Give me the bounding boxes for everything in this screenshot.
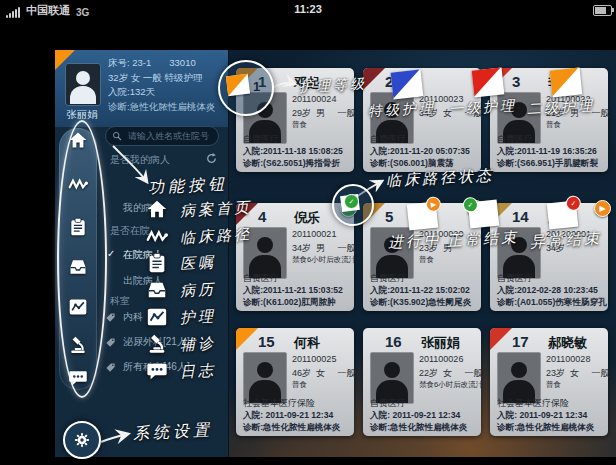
card-patient-id: 201100021	[292, 229, 336, 239]
patient-avatar	[65, 63, 101, 106]
nursing-grade-corner	[490, 203, 512, 225]
card-patient-id: 201100023	[419, 94, 463, 104]
patient-card[interactable]: 2 201100023 34岁 女 一般 自费医疗 入院:2011-11-20 …	[363, 68, 481, 172]
path-icon[interactable]	[68, 174, 88, 194]
nursing-grade-corner	[490, 68, 512, 90]
card-demographics: 34岁 女 一般	[419, 107, 483, 120]
card-patient-id: 201100022	[546, 94, 590, 104]
card-patient-id: 201100025	[292, 354, 336, 364]
card-patient-id: 201200001	[546, 229, 591, 239]
filter-item-in-hospital[interactable]: 在院病人	[123, 248, 163, 262]
card-demographics: 34岁	[546, 242, 565, 255]
card-admit-time: 入院:2011-11-21 15:03:52	[243, 285, 343, 297]
patient-card[interactable]: 4 倪乐 ✓ 201100021 34岁 男 一般 禁食6小时后改流汁 自费医疗…	[236, 203, 354, 311]
filter-group-inhospital: 是否在院	[110, 224, 150, 238]
left-panel: 张丽娟 床号: 23-1 33010 32岁 女 一般 特级护理 入院:132天…	[55, 50, 229, 457]
patient-demographics: 32岁 女 一般 特级护理	[108, 71, 226, 86]
card-diagnosis: 诊断:急性化脓性扁桃体炎	[497, 422, 594, 434]
card-diet: 禁食6小时后改流汁	[292, 255, 356, 265]
card-admit-time: 入院:2011-11-18 15:08:25	[243, 146, 343, 158]
patient-name: 张丽娟	[57, 108, 107, 122]
card-admit-time: 入院: 2011-09-21 12:34	[243, 410, 333, 422]
check-icon: ✓	[107, 248, 115, 259]
filter-item-internal-medicine[interactable]: 内科	[123, 310, 143, 324]
card-diet: 普食	[419, 255, 434, 265]
card-diet: 普食	[546, 120, 561, 130]
card-demographics: 21岁 男 一般	[546, 107, 610, 120]
orders-icon[interactable]	[68, 217, 88, 237]
tag-icon	[105, 334, 116, 345]
card-demographics: 34岁 男 一般	[292, 242, 356, 255]
labs-icon[interactable]	[68, 335, 88, 355]
patient-card-grid: 1 邓起 201100024 29岁 男 一般 普食 自费医疗 入院:2011-…	[236, 68, 608, 436]
settings-gear-icon[interactable]	[72, 430, 88, 446]
card-number: 3	[512, 73, 520, 90]
card-diagnosis: 诊断:(S06.001)脑震荡	[370, 158, 454, 170]
nursing-grade-corner	[490, 328, 512, 350]
patient-card[interactable]: 1 邓起 201100024 29岁 男 一般 普食 自费医疗 入院:2011-…	[236, 68, 354, 172]
nursing-grade-corner	[363, 203, 385, 225]
clock: 11:23	[0, 3, 616, 15]
filter-item-discharged[interactable]: 出院病人	[123, 274, 163, 288]
log-icon[interactable]	[68, 368, 88, 388]
battery-icon	[593, 5, 612, 16]
app-window: 张丽娟 床号: 23-1 33010 32岁 女 一般 特级护理 入院:132天…	[55, 50, 616, 457]
card-number: 2	[385, 73, 393, 90]
screen: 中国联通 3G 11:23 张丽娟 床号: 23-1 33010 32岁 女 一…	[0, 0, 616, 465]
card-payment: 自费医疗	[243, 133, 279, 146]
card-diagnosis: 诊断:(S66.951)手肌腱断裂	[497, 158, 598, 170]
refresh-icon[interactable]	[205, 151, 218, 164]
filter-item-my-patients[interactable]: 我的病人	[123, 201, 163, 215]
card-demographics: 22岁 女 一般	[419, 367, 483, 380]
home-icon[interactable]	[68, 130, 88, 150]
search-box[interactable]	[105, 126, 219, 146]
patient-card[interactable]: 17 郝晓敏 201100028 23岁 女 一般 普食 社会基本医疗保险 入院…	[490, 328, 608, 436]
card-number: 15	[258, 333, 275, 350]
filter-item-urology[interactable]: 泌尿外科[21人]	[123, 335, 190, 349]
patient-bed: 床号: 23-1	[108, 56, 151, 71]
tag-icon	[105, 359, 116, 370]
patient-card[interactable]: 15 何科 201100025 46岁 女 一般 普食 社会基本医疗保险 入院:…	[236, 328, 354, 436]
search-icon	[112, 131, 122, 141]
card-payment: 自费医疗	[370, 397, 406, 410]
nursing-grade-corner	[236, 328, 258, 350]
patient-card[interactable]: 3 李德 201100022 21岁 男 一般 普食 自费医疗 入院:2011-…	[490, 68, 608, 172]
card-payment: 自费医疗	[370, 133, 406, 146]
path-status-badge: ✓	[340, 200, 357, 217]
card-patient-name: 李德	[548, 74, 574, 92]
card-payment: 社会基本医疗保险	[243, 397, 315, 410]
card-patient-id: 201100020	[419, 229, 463, 239]
card-payment: 自费医疗	[497, 272, 533, 285]
card-number: 17	[512, 333, 529, 350]
card-diagnosis: 诊断:(K61.002)肛周脓肿	[243, 297, 336, 309]
card-number: 4	[258, 208, 266, 225]
card-diet: 普食	[546, 380, 561, 390]
records-icon[interactable]	[68, 257, 88, 277]
card-diagnosis: 诊断:(S62.5051)拇指骨折	[243, 158, 340, 170]
filter-group-my: 是否我的病人	[110, 153, 170, 167]
nursing-grade-corner	[236, 203, 258, 225]
card-diagnosis: 诊断:(A01.055)伤寒性肠穿孔	[497, 297, 607, 309]
filter-item-all-departments[interactable]: 所有科室[46人]	[123, 360, 190, 374]
patient-card[interactable]: 5 亮 ✓ 201100020 23岁 男 普食 自费医疗 入院:2011-11…	[363, 203, 481, 311]
search-input[interactable]	[126, 130, 220, 142]
current-patient-panel[interactable]: 张丽娟 床号: 23-1 33010 32岁 女 一般 特级护理 入院:132天…	[55, 50, 228, 127]
card-demographics: 46岁 女 一般	[292, 367, 356, 380]
card-number: 14	[512, 208, 529, 225]
card-diet: 普食	[292, 380, 307, 390]
patient-record-no: 33010	[169, 56, 195, 71]
card-patient-name: 倪乐	[294, 209, 320, 227]
card-payment: 自费医疗	[243, 272, 279, 285]
nursing-icon[interactable]	[68, 297, 88, 317]
patient-stay: 入院:132天	[108, 85, 226, 100]
filter-group-dept: 科室	[110, 294, 130, 308]
path-status-badge: ▶	[594, 200, 611, 217]
card-admit-time: 入院: 2011-09-21 12:34	[497, 410, 587, 422]
nursing-grade-corner	[363, 68, 385, 90]
patient-diagnosis: 诊断:急性化脓性扁桃体炎	[108, 100, 226, 115]
card-patient-name: 张丽娟	[421, 334, 460, 352]
patient-card[interactable]: 16 张丽娟 201100026 22岁 女 一般 禁食6小时后改流汁 自费医疗…	[363, 328, 481, 436]
patient-card[interactable]: 14 测试 ▶ 201200001 34岁 自费医疗 入院:2012-02-28…	[490, 203, 608, 311]
card-demographics: 29岁 男 一般	[292, 107, 356, 120]
card-patient-name: 何科	[294, 334, 320, 352]
